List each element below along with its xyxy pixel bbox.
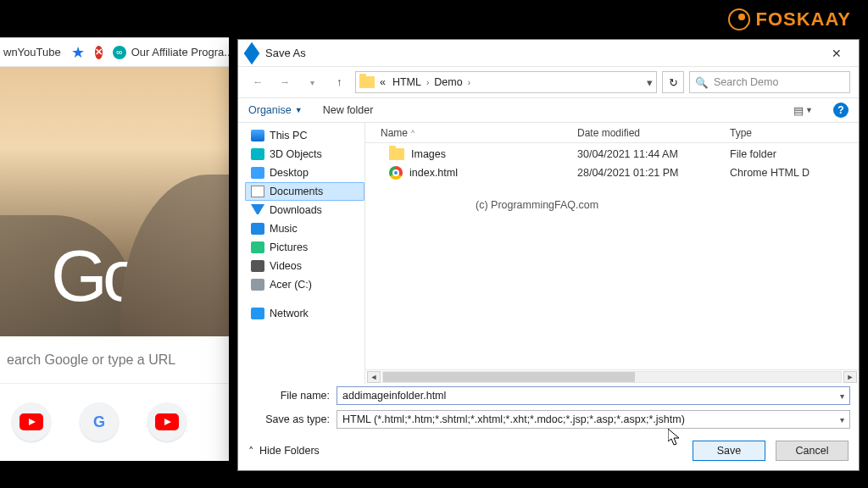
chrome-window: wnYouTube ★ ✕ ∞ Our Affiliate Progra... … — [0, 37, 229, 461]
navigation-tree: This PC3D ObjectsDesktopDocumentsDownloa… — [238, 123, 365, 384]
chrome-file-icon — [389, 166, 403, 180]
omnibox[interactable]: earch Google or type a URL — [0, 336, 229, 384]
save-type-label: Save as type: — [238, 413, 337, 425]
new-folder-button[interactable]: New folder — [323, 104, 374, 116]
file-row[interactable]: Images30/04/2021 11:44 AMFile folder — [365, 145, 859, 164]
nav-forward-button: → — [274, 71, 296, 93]
bookmark-favicon: ∞ — [113, 46, 126, 59]
tree-item-downloads[interactable]: Downloads — [245, 201, 364, 219]
file-list: Images30/04/2021 11:44 AMFile folderinde… — [365, 143, 859, 369]
google-logo: Goo — [51, 234, 174, 318]
tree-item-music[interactable]: Music — [245, 219, 364, 238]
help-button[interactable]: ? — [833, 103, 849, 118]
save-button[interactable]: Save — [693, 441, 765, 461]
shortcut-google[interactable]: G — [80, 402, 119, 441]
nav-recent-caret[interactable]: ▾ — [301, 71, 323, 93]
pic-icon — [251, 241, 264, 253]
shortcut-youtube[interactable] — [12, 402, 51, 441]
crumb-html[interactable]: HTML — [391, 76, 423, 88]
sort-asc-icon: ^ — [411, 129, 415, 137]
file-name-input[interactable]: addimageinfolder.html ▾ — [337, 386, 850, 405]
content-watermark: (c) ProgrammingFAQ.com — [476, 199, 598, 211]
folder-search-input[interactable]: 🔍 Search Demo — [689, 71, 850, 93]
dialog-title: Save As — [265, 47, 820, 59]
vscode-icon — [244, 42, 260, 64]
file-name-label: File name: — [238, 390, 337, 402]
refresh-button[interactable]: ↻ — [662, 71, 684, 93]
doc-icon — [251, 186, 264, 197]
close-button[interactable]: ✕ — [820, 42, 854, 65]
tree-item-acer-c-[interactable]: Acer (C:) — [245, 275, 364, 294]
bookmark-affiliate[interactable]: ∞ Our Affiliate Progra... — [113, 46, 229, 59]
scroll-thumb[interactable] — [383, 372, 635, 382]
save-as-dialog: Save As ✕ ← → ▾ ↑ « HTML › Demo › ▾ ↻ 🔍 … — [237, 39, 860, 471]
chevron-right-icon: › — [468, 78, 470, 87]
shortcut-tiles: G — [0, 384, 229, 460]
shortcut-youtube-2[interactable] — [147, 402, 186, 441]
nav-back-button[interactable]: ← — [247, 71, 269, 93]
tree-item-desktop[interactable]: Desktop — [245, 164, 364, 182]
drive-icon — [251, 279, 264, 291]
address-dropdown[interactable]: ▾ — [647, 76, 653, 89]
scroll-right-button[interactable]: ► — [843, 371, 857, 383]
tree-item-documents[interactable]: Documents — [245, 182, 364, 201]
bookmark-partial[interactable]: wnYouTube — [3, 46, 61, 58]
tree-item-videos[interactable]: Videos — [245, 257, 364, 275]
organise-menu[interactable]: Organise▼ — [248, 104, 303, 116]
tree-item-pictures[interactable]: Pictures — [245, 238, 364, 257]
nav-up-button[interactable]: ↑ — [328, 71, 350, 93]
desk-icon — [251, 167, 264, 179]
down-icon — [251, 204, 264, 216]
cancel-button[interactable]: Cancel — [776, 441, 849, 461]
address-bar[interactable]: « HTML › Demo › ▾ — [355, 71, 657, 93]
chevron-down-icon[interactable]: ▾ — [840, 415, 844, 424]
net-icon — [251, 308, 264, 319]
save-type-select[interactable]: HTML (*.html;*.htm;*.shtml;*.xhtml;*.xht… — [337, 410, 850, 429]
search-icon: 🔍 — [695, 76, 709, 89]
horizontal-scrollbar[interactable]: ◄ ► — [365, 369, 859, 384]
chevron-right-icon: › — [426, 78, 429, 87]
scroll-track[interactable] — [382, 371, 842, 383]
tree-item-network[interactable]: Network — [245, 304, 364, 323]
scroll-left-button[interactable]: ◄ — [367, 371, 381, 383]
3d-icon — [251, 148, 264, 160]
stop-icon[interactable]: ✕ — [95, 46, 103, 59]
view-options-button[interactable]: ▤ ▼ — [793, 104, 813, 117]
hide-folders-toggle[interactable]: ˄ Hide Folders — [248, 445, 320, 458]
brand-watermark: FOSKAAY — [728, 8, 851, 30]
chevron-up-icon: ˄ — [248, 445, 254, 458]
tree-item-3d-objects[interactable]: 3D Objects — [245, 145, 364, 164]
music-icon — [251, 223, 264, 235]
star-icon[interactable]: ★ — [71, 43, 85, 62]
crumb-prefix[interactable]: « — [378, 76, 387, 88]
brand-logo-icon — [728, 8, 750, 30]
pc-icon — [251, 130, 264, 141]
dialog-titlebar[interactable]: Save As ✕ — [238, 40, 859, 67]
vid-icon — [251, 260, 264, 272]
new-tab-wallpaper: Goo — [0, 67, 229, 336]
crumb-demo[interactable]: Demo — [432, 76, 464, 88]
brand-text: FOSKAAY — [755, 8, 851, 30]
chevron-down-icon[interactable]: ▾ — [840, 391, 844, 401]
folder-icon — [359, 76, 375, 88]
bookmarks-bar: wnYouTube ★ ✕ ∞ Our Affiliate Progra... — [0, 38, 229, 67]
folder-icon — [389, 148, 404, 160]
tree-item-this-pc[interactable]: This PC — [245, 126, 364, 145]
column-headers[interactable]: Name ^ Date modified Type — [365, 123, 859, 143]
file-row[interactable]: index.html28/04/2021 01:21 PMChrome HTML… — [365, 164, 859, 182]
